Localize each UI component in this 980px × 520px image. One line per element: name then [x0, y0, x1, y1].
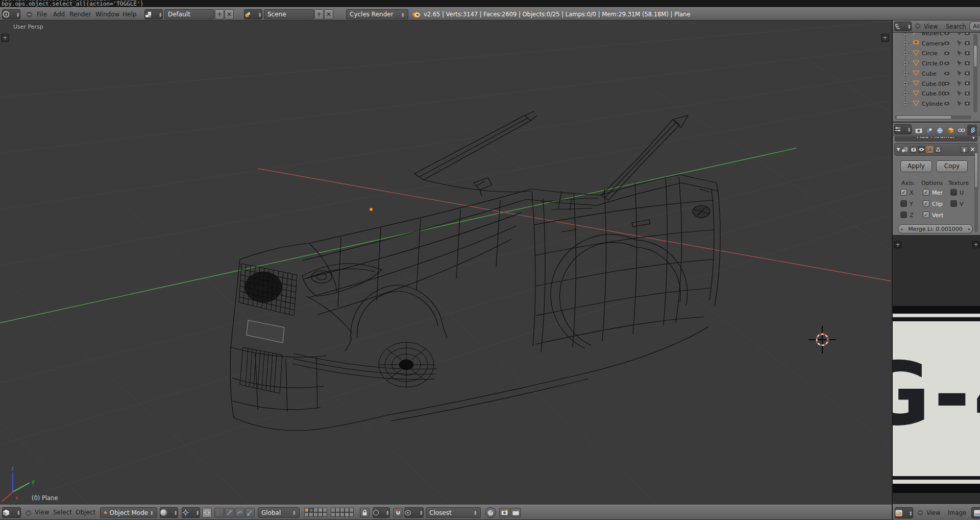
object-name[interactable]: Circle: [922, 50, 938, 57]
screen-layout-name-field[interactable]: Default: [164, 9, 214, 19]
cursor-arrow-icon[interactable]: [957, 33, 962, 36]
outliner-vscrollbar[interactable]: [973, 34, 977, 112]
cursor-arrow-icon[interactable]: [957, 40, 962, 46]
opengl-render-sphere-button[interactable]: [485, 507, 496, 518]
outliner-row[interactable]: BezierC: [903, 33, 970, 37]
outliner-row[interactable]: Camera: [903, 40, 970, 47]
cursor-arrow-icon[interactable]: [957, 90, 962, 96]
copy-button[interactable]: Copy: [936, 160, 968, 172]
expand-plus-icon[interactable]: [903, 33, 908, 36]
modifier-render-toggle[interactable]: [910, 146, 917, 153]
object-name[interactable]: Cube: [922, 70, 937, 77]
checkbox-y[interactable]: [900, 200, 907, 207]
cursor-arrow-icon[interactable]: [957, 50, 962, 56]
modifier-view-toggle[interactable]: [918, 146, 925, 153]
manipulator-scale-toggle[interactable]: [245, 508, 255, 517]
collapse-menus-icon[interactable]: −: [26, 510, 31, 516]
checkbox-vertex[interactable]: ✓: [923, 211, 929, 218]
expand-triangle-icon[interactable]: ▼: [897, 147, 900, 152]
properties-vscrollbar[interactable]: [974, 144, 978, 232]
screen-layout-icon-button[interactable]: ▲▼: [144, 9, 163, 19]
object-name[interactable]: Camera: [922, 40, 944, 47]
expand-plus-icon[interactable]: [903, 51, 908, 56]
object-name[interactable]: Cylinde: [922, 101, 943, 107]
object-name[interactable]: Cube.00: [922, 81, 945, 87]
modifier-editmode-toggle[interactable]: [926, 146, 933, 153]
opengl-render-anim-button[interactable]: [510, 508, 521, 517]
viewport-shading-dropdown[interactable]: ▲▼: [160, 507, 178, 518]
cursor-arrow-icon[interactable]: [957, 60, 962, 66]
viewport-menu-view[interactable]: View: [35, 506, 49, 519]
add-modifier-dropdown[interactable]: Add Modifier ▼: [895, 136, 977, 141]
checkbox-u[interactable]: [950, 189, 957, 196]
outliner-row[interactable]: Cube.00: [903, 90, 970, 97]
image-menu-image[interactable]: Image: [948, 506, 966, 519]
checkbox-clip[interactable]: ✓: [923, 200, 929, 207]
collapse-menus-icon[interactable]: −: [27, 12, 32, 17]
menu-file[interactable]: File: [37, 8, 47, 21]
npanel-expand-icon[interactable]: +: [881, 34, 889, 42]
mirror-modifier-header[interactable]: ▼ ▲▼ ✕: [894, 143, 978, 156]
mode-dropdown[interactable]: Object Mode ▲▼: [100, 507, 157, 518]
object-name[interactable]: Circle.0: [922, 60, 943, 67]
editor-type-button-outliner[interactable]: ▲▼: [894, 21, 912, 31]
snap-element-dropdown[interactable]: ▲▼: [404, 507, 424, 518]
snap-toggle[interactable]: [393, 508, 403, 517]
object-name[interactable]: BezierC: [922, 33, 943, 37]
tab-modifiers[interactable]: [967, 125, 977, 136]
outliner-menu-view[interactable]: View: [924, 20, 938, 33]
3d-viewport-canvas[interactable]: z y x User Persp + + (0) Plane: [0, 20, 892, 505]
collapse-menus-icon[interactable]: −: [915, 23, 920, 29]
tab-constraints[interactable]: [957, 125, 966, 136]
menu-window[interactable]: Window: [95, 8, 119, 21]
cursor-arrow-icon[interactable]: [957, 70, 962, 76]
add-scene-button[interactable]: +: [314, 9, 324, 19]
checkbox-merge[interactable]: ✓: [923, 189, 929, 196]
scene-icon-button[interactable]: ▲▼: [244, 9, 262, 19]
checkbox-v[interactable]: [950, 200, 957, 207]
tab-scene[interactable]: [924, 125, 934, 136]
menu-render[interactable]: Render: [69, 8, 91, 21]
editor-type-button-info[interactable]: ▲▼: [2, 9, 20, 19]
cursor-arrow-icon[interactable]: [957, 101, 962, 106]
editor-type-button-3dview[interactable]: ▲▼: [2, 507, 21, 518]
apply-button[interactable]: Apply: [900, 160, 932, 172]
checkbox-x[interactable]: ✓: [900, 189, 907, 196]
viewport-menu-select[interactable]: Select: [53, 506, 72, 519]
cursor-arrow-icon[interactable]: [957, 81, 962, 86]
proportional-edit-dropdown[interactable]: ▲▼: [373, 507, 390, 518]
manipulator-arc-toggle[interactable]: [235, 508, 244, 517]
expand-plus-icon[interactable]: [903, 81, 908, 86]
image-editor-panel[interactable]: + + G-4 ▲▼ − View Image: [892, 235, 980, 520]
viewport-menu-object[interactable]: Object: [76, 506, 95, 519]
menu-add[interactable]: Add: [53, 8, 65, 21]
manipulator-rotate-toggle[interactable]: [225, 508, 234, 517]
image-npanel-expand-icon[interactable]: +: [972, 241, 979, 248]
editor-type-button-properties[interactable]: ▲▼: [894, 124, 912, 134]
modifier-move-buttons[interactable]: ▲▼: [960, 146, 968, 153]
opengl-render-still-button[interactable]: [499, 508, 509, 517]
merge-limit-slider[interactable]: ◂ Merge Li: 0.001000 ▸: [898, 224, 973, 233]
outliner-row[interactable]: Circle: [903, 50, 970, 57]
image-toolshelf-expand-icon[interactable]: +: [894, 241, 901, 248]
outliner-row[interactable]: Circle.0: [903, 60, 970, 67]
layers-widget-left[interactable]: [304, 508, 327, 517]
delete-scene-button[interactable]: ✕: [324, 9, 333, 19]
tab-object[interactable]: [946, 125, 955, 136]
toolshelf-expand-icon[interactable]: +: [1, 34, 9, 42]
outliner-hscrollbar[interactable]: [895, 115, 971, 120]
expand-plus-icon[interactable]: [903, 71, 908, 76]
checkbox-z[interactable]: [900, 211, 907, 218]
snap-target-dropdown[interactable]: Closest▲▼: [426, 507, 481, 518]
layers-widget-right[interactable]: [331, 508, 354, 517]
expand-plus-icon[interactable]: [903, 61, 908, 66]
object-name[interactable]: Cube.00: [922, 90, 945, 97]
editor-type-button-image[interactable]: ▲▼: [895, 507, 913, 518]
image-menu-view[interactable]: View: [926, 506, 940, 519]
menu-help[interactable]: Help: [122, 8, 136, 21]
image-browse-button[interactable]: [971, 507, 980, 518]
add-layout-button[interactable]: +: [215, 9, 224, 19]
outliner-menu-search[interactable]: Search: [946, 20, 966, 33]
expand-plus-icon[interactable]: [903, 101, 908, 106]
outliner-filter-dropdown[interactable]: All: [969, 21, 980, 31]
